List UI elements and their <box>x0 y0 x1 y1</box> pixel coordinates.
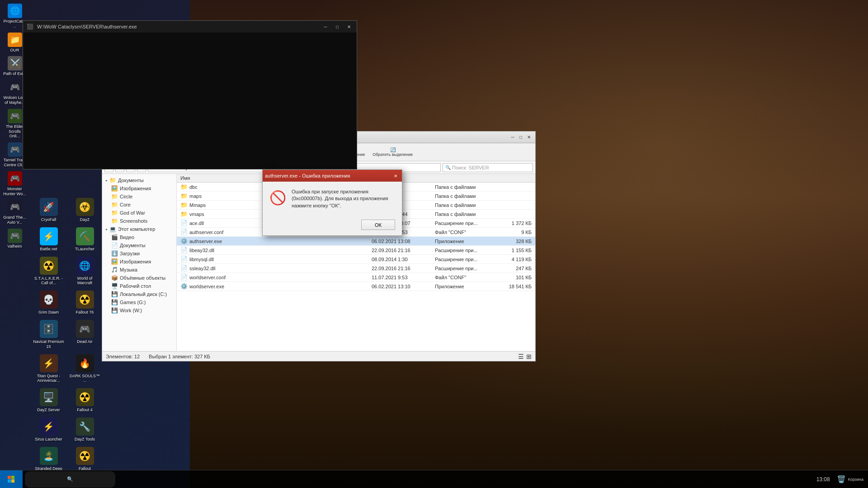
cmd-close-button[interactable]: ✕ <box>345 23 353 31</box>
explorer-minimize-button[interactable]: ─ <box>509 133 517 141</box>
dialog-buttons: ОК <box>263 216 402 235</box>
taskbar-search-icon: 🔍 <box>62 476 78 482</box>
battlenet-icon: ⚡ <box>40 227 58 245</box>
desktop-icon-sirus[interactable]: ⚡ Sirus Launcher <box>32 416 66 443</box>
desktop-icon-grim-dawn[interactable]: 💀 Grim Dawn <box>32 289 66 316</box>
desktop-icon-cryofall[interactable]: 🚀 CryoFall <box>32 197 66 224</box>
explorer-close-button[interactable]: ✕ <box>525 133 533 141</box>
file-date-cell: 22.09.2016 21:16 <box>368 246 431 255</box>
file-type-cell: Расширение при... <box>431 246 499 255</box>
nav-icon-games-g: 💾 <box>111 299 118 305</box>
grand-theft-label: Grand The... Auto V... <box>3 215 26 225</box>
invert-icon: 🔄 <box>390 147 396 152</box>
nav-arrow-this-pc: ▸ <box>106 227 108 231</box>
cmd-maximize-button[interactable]: □ <box>333 23 341 31</box>
table-row[interactable]: 📄libeay32.dll 22.09.2016 21:16 Расширени… <box>177 246 535 255</box>
nav-item-music[interactable]: 🎵 Музыка <box>102 266 176 274</box>
dayz-tools-icon: 🔧 <box>76 418 94 436</box>
nav-label-3d-objects: Объёмные объекты <box>120 275 165 281</box>
view-buttons: ☰ ⊞ <box>518 353 532 360</box>
col-size[interactable] <box>499 174 535 183</box>
grand-theft-icon: 🎮 <box>8 200 22 214</box>
desktop-icon-dayz[interactable]: ☣️ DayZ <box>68 197 102 224</box>
desktop-icon-tlauncher[interactable]: ⛏️ TLauncher <box>68 226 102 253</box>
nav-item-3d-objects[interactable]: 📦 Объёмные объекты <box>102 274 176 282</box>
valheim-icon: 🎮 <box>8 229 22 243</box>
error-icon: 🚫 <box>269 190 286 209</box>
cmd-minimize-button[interactable]: ─ <box>321 23 330 31</box>
desktop-icon-dead-air[interactable]: 🎮 Dead Air <box>68 319 102 351</box>
dayz-tools-label: DayZ Tools <box>75 437 95 442</box>
explorer-maximize-button[interactable]: □ <box>517 133 525 141</box>
nav-item-docs[interactable]: ▸ 📁 Документы <box>102 176 176 184</box>
desktop-icon-dayz-tools[interactable]: 🔧 DayZ Tools <box>68 416 102 443</box>
col-type[interactable] <box>431 174 499 183</box>
nav-item-desktop[interactable]: 🖥️ Рабочий стол <box>102 282 176 290</box>
file-icon: 📁 <box>180 202 188 208</box>
nav-item-video[interactable]: 🎬 Видео <box>102 233 176 241</box>
desktop-icon-dayz-server[interactable]: 🖥️ DayZ Server <box>32 387 66 414</box>
recycle-bin[interactable]: 🗑️ <box>837 475 846 483</box>
file-size-cell: 328 КБ <box>499 237 535 246</box>
nav-item-god-of-war[interactable]: 📁 God of War <box>102 209 176 217</box>
cmd-title: W:\WoW Cataclysm\SERVER\authserver.exe <box>37 24 318 29</box>
taskbar-search[interactable]: 🔍 <box>25 471 115 488</box>
nav-item-downloads[interactable]: ⬇️ Загрузки <box>102 249 176 258</box>
view-grid-button[interactable]: ⊞ <box>526 353 532 360</box>
nav-item-work-w[interactable]: 💾 Work (W:) <box>102 306 176 314</box>
nav-icon-local-disk-c: 💾 <box>111 291 118 297</box>
desktop-icon-titan-quest[interactable]: ⚡ Titan Quest - Anniversar... <box>32 353 66 385</box>
nav-icon-video: 🎬 <box>111 234 118 240</box>
desktop-icon-wow[interactable]: 🌐 World of Warcraft <box>68 255 102 287</box>
table-row[interactable]: ⚙️worldserver.exe 06.02.2021 13:10 Прило… <box>177 282 535 291</box>
table-row[interactable]: 📄ssleay32.dll 22.09.2016 21:16 Расширени… <box>177 264 535 273</box>
nav-item-circle[interactable]: 📁 Circle <box>102 192 176 201</box>
ok-button[interactable]: ОК <box>361 220 395 230</box>
desktop-icon-fallout76[interactable]: ☢️ Fallout 76 <box>68 289 102 316</box>
nav-item-docs2[interactable]: 📄 Документы <box>102 241 176 249</box>
nav-item-screenshots[interactable]: 📁 Screenshots <box>102 217 176 225</box>
start-button[interactable] <box>0 470 23 488</box>
file-icon: 📁 <box>180 211 188 217</box>
table-row[interactable]: ⚙️authserver.exe 06.02.2021 13:08 Прилож… <box>177 237 535 246</box>
desktop-icon-navicat[interactable]: 🗄️ Navicat Premium 15 <box>32 319 66 351</box>
file-size-cell: 4 119 КБ <box>499 255 535 264</box>
cmd-titlebar[interactable]: ⬛ W:\WoW Cataclysm\SERVER\authserver.exe… <box>23 21 357 33</box>
nav-item-images2[interactable]: 🖼️ Изображения <box>102 258 176 266</box>
desktop-icon-dark-souls[interactable]: 🔥 DARK SOULS™ ... <box>68 353 102 385</box>
nav-icon-music: 🎵 <box>111 267 118 273</box>
desktop-icon-valheim[interactable]: 🎮 Valheim <box>2 227 27 250</box>
desktop-icon-fallout4[interactable]: ☢️ Fallout 4 <box>68 387 102 414</box>
fallout4-label: Fallout 4 <box>77 408 93 413</box>
file-type-cell: Папка с файлами <box>431 210 499 219</box>
nav-item-core[interactable]: 📁 Core <box>102 201 176 209</box>
dark-souls-icon: 🔥 <box>76 354 94 372</box>
nav-label-local-disk-c: Локальный диск (C:) <box>120 291 167 297</box>
tlauncher-icon: ⛏️ <box>76 227 94 245</box>
desktop-icon-fallout[interactable]: ☢️ Fallout <box>68 446 102 473</box>
table-row[interactable]: 📄libmysql.dll 08.09.2014 1:30 Расширение… <box>177 255 535 264</box>
selected-info: Выбран 1 элемент: 327 КБ <box>149 354 210 359</box>
table-row[interactable]: 📄worldserver.conf 11.07.2021 9:53 Файл "… <box>177 273 535 282</box>
desktop-icon-monster-hunter[interactable]: 🎮 Monster Hunter Wo... <box>2 170 27 198</box>
dialog-titlebar[interactable]: authserver.exe - Ошибка приложения ✕ <box>263 170 402 182</box>
nav-item-this-pc[interactable]: ▸ 💻 Этот компьютер <box>102 225 176 233</box>
nav-item-images[interactable]: 🖼️ Изображения <box>102 184 176 192</box>
nav-item-local-disk-c[interactable]: 💾 Локальный диск (C:) <box>102 290 176 298</box>
invert-selection-button[interactable]: 🔄 Обратить выделение <box>370 146 415 158</box>
view-list-button[interactable]: ☰ <box>518 353 524 360</box>
desktop-icon-grand-theft[interactable]: 🎮 Grand The... Auto V... <box>2 198 27 226</box>
dayz-server-icon: 🖥️ <box>40 388 58 406</box>
nav-item-games-g[interactable]: 💾 Games (G:) <box>102 298 176 306</box>
file-type-cell: Расширение при... <box>431 264 499 273</box>
desktop-icon-stalker[interactable]: ☢️ S.T.A.L.K.E.R. - Call of... <box>32 255 66 287</box>
dayz-server-label: DayZ Server <box>37 408 60 413</box>
dialog-close-button[interactable]: ✕ <box>392 172 400 180</box>
search-box[interactable]: 🔍 Поиск: SERVER <box>443 163 533 172</box>
file-size-cell: 18 541 КБ <box>499 282 535 291</box>
dialog-body: 🚫 Ошибка при запуске приложения (0xc0000… <box>263 182 402 216</box>
stalker-label: S.T.A.L.K.E.R. - Call of... <box>33 276 64 286</box>
desktop-icon-stranded-deep[interactable]: 🏝️ Stranded Deep <box>32 446 66 473</box>
desktop-icon-battlenet[interactable]: ⚡ Battle.net <box>32 226 66 253</box>
file-name-cell: 📄libeay32.dll <box>177 246 368 255</box>
